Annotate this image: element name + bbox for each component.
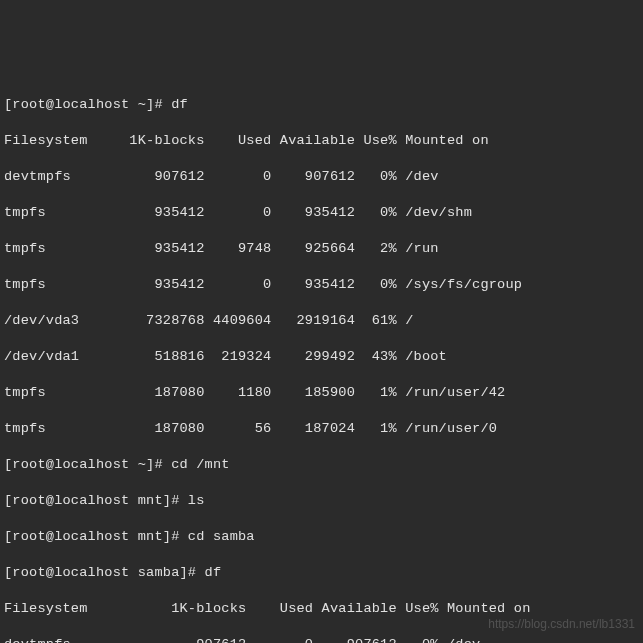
df-row: devtmpfs 907612 0 907612 0% /dev: [4, 168, 639, 186]
df-row: tmpfs 935412 0 935412 0% /dev/shm: [4, 204, 639, 222]
prompt-line: [root@localhost mnt]# ls: [4, 492, 639, 510]
watermark-text: https://blog.csdn.net/lb1331: [488, 615, 635, 633]
df-row: tmpfs 187080 56 187024 1% /run/user/0: [4, 420, 639, 438]
prompt-line: [root@localhost ~]# df: [4, 96, 639, 114]
prompt-line: [root@localhost samba]# df: [4, 564, 639, 582]
df-row: devtmpfs 907612 0 907612 0% /dev: [4, 636, 639, 643]
prompt-line: [root@localhost mnt]# cd samba: [4, 528, 639, 546]
df-row: tmpfs 187080 1180 185900 1% /run/user/42: [4, 384, 639, 402]
df-header: Filesystem 1K-blocks Used Available Use%…: [4, 132, 639, 150]
terminal-output[interactable]: [root@localhost ~]# df Filesystem 1K-blo…: [4, 78, 639, 643]
df-row: tmpfs 935412 0 935412 0% /sys/fs/cgroup: [4, 276, 639, 294]
df-row: tmpfs 935412 9748 925664 2% /run: [4, 240, 639, 258]
df-row: /dev/vda1 518816 219324 299492 43% /boot: [4, 348, 639, 366]
prompt-line: [root@localhost ~]# cd /mnt: [4, 456, 639, 474]
df-row: /dev/vda3 7328768 4409604 2919164 61% /: [4, 312, 639, 330]
